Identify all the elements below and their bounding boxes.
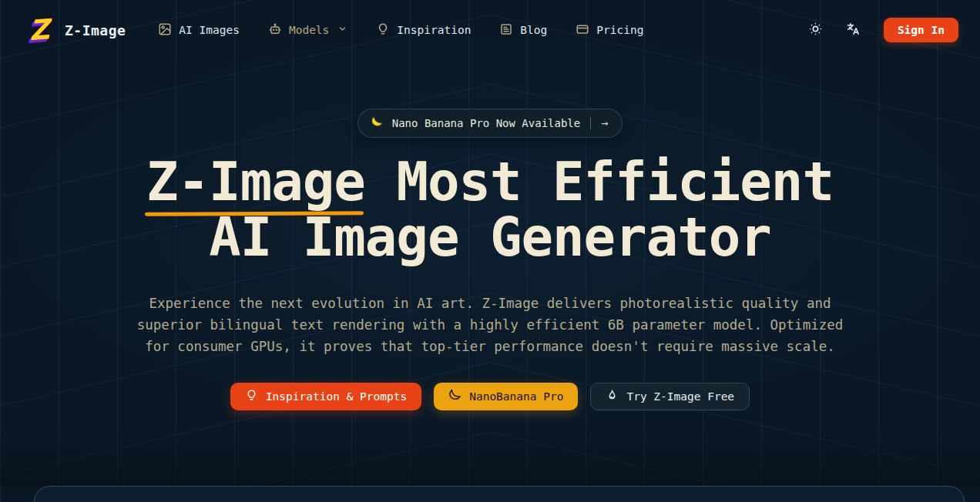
nav-label: Pricing [596, 24, 643, 36]
hero-bottom-fade [0, 425, 980, 487]
announcement-badge[interactable]: Nano Banana Pro Now Available → [357, 109, 623, 138]
nav-item-pricing[interactable]: Pricing [576, 22, 643, 38]
cta-row: Inspiration & Prompts NanoBanana Pro Try… [0, 383, 980, 410]
banana-icon [371, 115, 384, 131]
hero-title: Z-Image Most Efficient AI Image Generato… [0, 155, 980, 266]
page: Z Z-Image AI Images Models [0, 0, 980, 502]
chevron-down-icon [337, 24, 347, 36]
hero-title-line2: AI Image Generator [0, 210, 980, 266]
lightbulb-icon [245, 389, 258, 404]
nav-item-inspiration[interactable]: Inspiration [376, 22, 471, 38]
nav-item-blog[interactable]: Blog [499, 22, 547, 38]
button-label: NanoBanana Pro [469, 390, 563, 403]
button-label: Inspiration & Prompts [266, 390, 407, 403]
newspaper-icon [499, 22, 513, 38]
badge-text: Nano Banana Pro Now Available [392, 117, 580, 129]
arrow-right-icon: → [601, 116, 608, 130]
lightbulb-icon [376, 22, 390, 38]
brand[interactable]: Z Z-Image [23, 14, 126, 46]
header-actions: Sign In [805, 18, 958, 42]
nav-label: Blog [520, 24, 547, 36]
nav-item-models[interactable]: Models [268, 22, 347, 38]
robot-icon [268, 22, 282, 38]
hero-description: Experience the next evolution in AI art.… [125, 293, 855, 358]
nav-label: Models [289, 24, 329, 36]
hero-title-line1: Z-Image Most Efficient [0, 155, 980, 210]
nav-label: AI Images [179, 24, 240, 36]
main-nav: AI Images Models Inspiration [158, 22, 643, 38]
button-label: Try Z-Image Free [626, 390, 734, 403]
translate-icon [846, 22, 861, 38]
nanobanana-pro-button[interactable]: NanoBanana Pro [434, 383, 578, 410]
image-icon [158, 22, 172, 38]
navbar: Z Z-Image AI Images Models [0, 0, 980, 60]
hero-section: Nano Banana Pro Now Available → Z-Image … [0, 60, 980, 410]
flame-icon [606, 389, 619, 404]
brand-name: Z-Image [65, 22, 126, 38]
language-toggle-button[interactable] [843, 18, 864, 42]
nav-item-ai-images[interactable]: AI Images [158, 22, 240, 38]
badge-divider [590, 117, 591, 129]
hero-title-highlight: Z-Image [146, 155, 365, 210]
next-section-panel [34, 486, 965, 502]
credit-card-icon [576, 22, 589, 38]
sun-icon [808, 22, 823, 38]
hero-title-line1-rest: Most Efficient [396, 151, 834, 213]
sign-in-button[interactable]: Sign In [884, 18, 958, 42]
logo-letter: Z [29, 15, 51, 45]
theme-toggle-button[interactable] [805, 18, 826, 42]
nav-label: Inspiration [397, 24, 471, 36]
brand-logo: Z [23, 14, 55, 46]
inspiration-prompts-button[interactable]: Inspiration & Prompts [230, 383, 421, 410]
banana-icon [448, 389, 461, 404]
try-free-button[interactable]: Try Z-Image Free [590, 383, 750, 410]
